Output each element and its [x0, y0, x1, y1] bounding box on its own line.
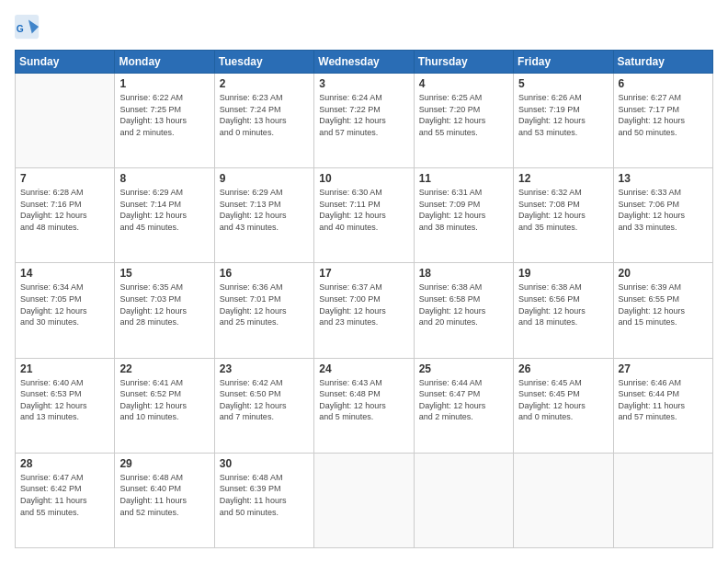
header: G [15, 15, 713, 40]
day-info: Sunrise: 6:37 AMSunset: 7:00 PMDaylight:… [319, 282, 408, 327]
day-number: 7 [20, 172, 109, 185]
calendar-cell: 7Sunrise: 6:28 AMSunset: 7:16 PMDaylight… [16, 168, 115, 263]
calendar-cell: 10Sunrise: 6:30 AMSunset: 7:11 PMDayligh… [314, 168, 414, 263]
day-info: Sunrise: 6:41 AMSunset: 6:52 PMDaylight:… [119, 377, 209, 423]
day-info: Sunrise: 6:43 AMSunset: 6:48 PMDaylight:… [319, 377, 408, 423]
day-info: Sunrise: 6:29 AMSunset: 7:13 PMDaylight:… [220, 187, 309, 233]
day-number: 16 [220, 267, 309, 280]
day-info: Sunrise: 6:27 AMSunset: 7:17 PMDaylight:… [619, 92, 708, 138]
calendar-cell: 17Sunrise: 6:37 AMSunset: 7:00 PMDayligh… [314, 263, 414, 358]
day-info: Sunrise: 6:48 AMSunset: 6:40 PMDaylight:… [119, 472, 209, 518]
calendar-table: SundayMondayTuesdayWednesdayThursdayFrid… [15, 50, 713, 548]
logo-icon: G [15, 15, 40, 40]
day-number: 19 [518, 267, 608, 280]
calendar-cell: 27Sunrise: 6:46 AMSunset: 6:44 PMDayligh… [613, 358, 712, 453]
calendar-cell: 22Sunrise: 6:41 AMSunset: 6:52 PMDayligh… [115, 358, 214, 453]
weekday-header-tuesday: Tuesday [214, 51, 313, 74]
day-info: Sunrise: 6:46 AMSunset: 6:44 PMDaylight:… [619, 377, 708, 423]
day-info: Sunrise: 6:39 AMSunset: 6:55 PMDaylight:… [619, 282, 708, 327]
day-number: 10 [319, 172, 408, 185]
day-info: Sunrise: 6:36 AMSunset: 7:01 PMDaylight:… [220, 282, 309, 327]
calendar-cell: 15Sunrise: 6:35 AMSunset: 7:03 PMDayligh… [115, 263, 214, 358]
weekday-header-wednesday: Wednesday [314, 51, 414, 74]
calendar-cell: 4Sunrise: 6:25 AMSunset: 7:20 PMDaylight… [414, 74, 513, 168]
day-info: Sunrise: 6:42 AMSunset: 6:50 PMDaylight:… [220, 377, 309, 423]
calendar-cell: 21Sunrise: 6:40 AMSunset: 6:53 PMDayligh… [16, 358, 115, 453]
day-number: 17 [319, 267, 408, 280]
day-number: 24 [319, 362, 408, 375]
day-number: 20 [619, 267, 708, 280]
day-info: Sunrise: 6:35 AMSunset: 7:03 PMDaylight:… [119, 282, 209, 327]
page: G SundayMondayTuesdayWednesdayThursdayFr… [0, 0, 728, 563]
day-number: 11 [419, 172, 508, 185]
week-row-4: 21Sunrise: 6:40 AMSunset: 6:53 PMDayligh… [16, 358, 713, 453]
day-number: 8 [119, 172, 209, 185]
weekday-header-saturday: Saturday [613, 51, 712, 74]
calendar-cell: 1Sunrise: 6:22 AMSunset: 7:25 PMDaylight… [115, 74, 214, 168]
day-number: 1 [119, 77, 209, 90]
calendar-cell: 8Sunrise: 6:29 AMSunset: 7:14 PMDaylight… [115, 168, 214, 263]
calendar-cell: 2Sunrise: 6:23 AMSunset: 7:24 PMDaylight… [214, 74, 313, 168]
week-row-3: 14Sunrise: 6:34 AMSunset: 7:05 PMDayligh… [16, 263, 713, 358]
day-info: Sunrise: 6:38 AMSunset: 6:58 PMDaylight:… [419, 282, 508, 327]
day-number: 2 [220, 77, 309, 90]
day-number: 29 [119, 457, 209, 470]
calendar-cell: 19Sunrise: 6:38 AMSunset: 6:56 PMDayligh… [514, 263, 613, 358]
calendar-cell [514, 453, 613, 547]
day-number: 5 [518, 77, 608, 90]
day-number: 6 [619, 77, 708, 90]
day-number: 12 [518, 172, 608, 185]
calendar-cell: 23Sunrise: 6:42 AMSunset: 6:50 PMDayligh… [214, 358, 313, 453]
calendar-cell [314, 453, 414, 547]
calendar-cell: 11Sunrise: 6:31 AMSunset: 7:09 PMDayligh… [414, 168, 513, 263]
day-number: 27 [619, 362, 708, 375]
calendar-cell: 16Sunrise: 6:36 AMSunset: 7:01 PMDayligh… [214, 263, 313, 358]
calendar-cell: 29Sunrise: 6:48 AMSunset: 6:40 PMDayligh… [115, 453, 214, 547]
day-number: 25 [419, 362, 508, 375]
weekday-header-monday: Monday [115, 51, 214, 74]
day-number: 4 [419, 77, 508, 90]
calendar-cell: 12Sunrise: 6:32 AMSunset: 7:08 PMDayligh… [514, 168, 613, 263]
calendar-cell: 5Sunrise: 6:26 AMSunset: 7:19 PMDaylight… [514, 74, 613, 168]
calendar-cell: 13Sunrise: 6:33 AMSunset: 7:06 PMDayligh… [613, 168, 712, 263]
day-info: Sunrise: 6:28 AMSunset: 7:16 PMDaylight:… [20, 187, 109, 233]
day-number: 9 [220, 172, 309, 185]
calendar-cell: 18Sunrise: 6:38 AMSunset: 6:58 PMDayligh… [414, 263, 513, 358]
day-info: Sunrise: 6:34 AMSunset: 7:05 PMDaylight:… [20, 282, 109, 327]
day-number: 14 [20, 267, 109, 280]
calendar-cell: 24Sunrise: 6:43 AMSunset: 6:48 PMDayligh… [314, 358, 414, 453]
calendar-cell [414, 453, 513, 547]
day-number: 15 [119, 267, 209, 280]
calendar-cell: 9Sunrise: 6:29 AMSunset: 7:13 PMDaylight… [214, 168, 313, 263]
day-number: 21 [20, 362, 109, 375]
day-info: Sunrise: 6:38 AMSunset: 6:56 PMDaylight:… [518, 282, 608, 327]
day-info: Sunrise: 6:22 AMSunset: 7:25 PMDaylight:… [119, 92, 209, 138]
weekday-header-thursday: Thursday [414, 51, 513, 74]
day-info: Sunrise: 6:44 AMSunset: 6:47 PMDaylight:… [419, 377, 508, 423]
day-info: Sunrise: 6:23 AMSunset: 7:24 PMDaylight:… [220, 92, 309, 138]
calendar-cell [613, 453, 712, 547]
calendar-cell [16, 74, 115, 168]
calendar-cell: 6Sunrise: 6:27 AMSunset: 7:17 PMDaylight… [613, 74, 712, 168]
calendar-cell: 30Sunrise: 6:48 AMSunset: 6:39 PMDayligh… [214, 453, 313, 547]
logo: G [15, 15, 42, 40]
day-number: 13 [619, 172, 708, 185]
day-info: Sunrise: 6:32 AMSunset: 7:08 PMDaylight:… [518, 187, 608, 233]
day-info: Sunrise: 6:25 AMSunset: 7:20 PMDaylight:… [419, 92, 508, 138]
day-info: Sunrise: 6:47 AMSunset: 6:42 PMDaylight:… [20, 472, 109, 518]
day-info: Sunrise: 6:45 AMSunset: 6:45 PMDaylight:… [518, 377, 608, 423]
day-info: Sunrise: 6:30 AMSunset: 7:11 PMDaylight:… [319, 187, 408, 233]
day-info: Sunrise: 6:40 AMSunset: 6:53 PMDaylight:… [20, 377, 109, 423]
calendar-cell: 14Sunrise: 6:34 AMSunset: 7:05 PMDayligh… [16, 263, 115, 358]
day-number: 28 [20, 457, 109, 470]
calendar-cell: 28Sunrise: 6:47 AMSunset: 6:42 PMDayligh… [16, 453, 115, 547]
weekday-header-row: SundayMondayTuesdayWednesdayThursdayFrid… [16, 51, 713, 74]
week-row-2: 7Sunrise: 6:28 AMSunset: 7:16 PMDaylight… [16, 168, 713, 263]
weekday-header-friday: Friday [514, 51, 613, 74]
day-info: Sunrise: 6:48 AMSunset: 6:39 PMDaylight:… [220, 472, 309, 518]
day-info: Sunrise: 6:33 AMSunset: 7:06 PMDaylight:… [619, 187, 708, 233]
calendar-cell: 26Sunrise: 6:45 AMSunset: 6:45 PMDayligh… [514, 358, 613, 453]
week-row-5: 28Sunrise: 6:47 AMSunset: 6:42 PMDayligh… [16, 453, 713, 547]
day-info: Sunrise: 6:26 AMSunset: 7:19 PMDaylight:… [518, 92, 608, 138]
day-number: 26 [518, 362, 608, 375]
